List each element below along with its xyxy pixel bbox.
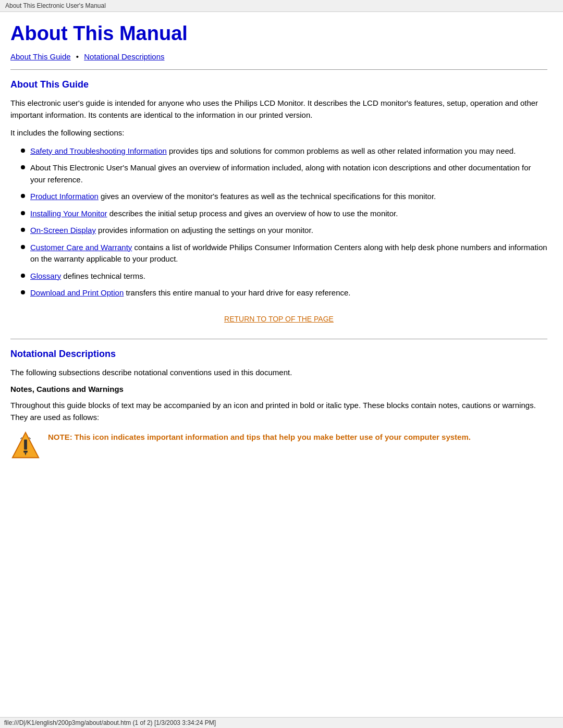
about-guide-heading: About This Guide [10,79,547,90]
notes-paragraph: Throughout this guide blocks of text may… [10,400,547,423]
divider-middle [10,339,547,339]
bullet-list: Safety and Troubleshooting Information p… [21,145,547,299]
bullet-dot [21,149,25,153]
bullet-dot [21,165,25,169]
bullet-dot [21,228,25,232]
link-safety[interactable]: Safety and Troubleshooting Information [30,146,167,155]
list-item-text: Installing Your Monitor describes the in… [30,208,398,220]
toc-link-notational[interactable]: Notational Descriptions [84,52,164,61]
return-top-container: RETURN TO TOP OF THE PAGE [10,315,547,323]
list-item-text: Product Information gives an overview of… [30,191,436,203]
link-osd[interactable]: On-Screen Display [30,226,96,235]
bullet-dot [21,290,25,294]
about-guide-includes: It includes the following sections: [10,127,547,139]
section-about-guide: About This Guide This electronic user's … [10,79,547,323]
divider-top [10,69,547,70]
about-guide-intro: This electronic user's guide is intended… [10,97,547,121]
notes-cautions-heading: Notes, Cautions and Warnings [10,385,547,393]
page-content: About This Manual About This Guide • Not… [0,12,563,482]
notational-intro: The following subsections describe notat… [10,367,547,379]
bullet-dot [21,211,25,215]
list-item-text: Download and Print Option transfers this… [30,287,351,299]
link-glossary[interactable]: Glossary [30,272,61,280]
list-item: On-Screen Display provides information o… [21,225,547,237]
list-item: Installing Your Monitor describes the in… [21,208,547,220]
bullet-dot [21,194,25,198]
list-item: Safety and Troubleshooting Information p… [21,145,547,157]
link-download[interactable]: Download and Print Option [30,288,124,297]
list-item: Customer Care and Warranty contains a li… [21,242,547,265]
link-customer-care[interactable]: Customer Care and Warranty [30,243,132,252]
notational-heading: Notational Descriptions [10,349,547,360]
browser-tab-label: About This Electronic User's Manual [5,2,106,9]
list-item: About This Electronic User's Manual give… [21,162,547,186]
toc-separator: • [76,52,79,61]
list-item: Download and Print Option transfers this… [21,287,547,299]
return-top-link[interactable]: RETURN TO TOP OF THE PAGE [224,315,334,323]
list-item-text: On-Screen Display provides information o… [30,225,313,237]
toc-link-about-guide[interactable]: About This Guide [10,52,71,61]
list-item-text: Glossary defines technical terms. [30,270,145,282]
list-item: Glossary defines technical terms. [21,270,547,282]
list-item-text: Customer Care and Warranty contains a li… [30,242,547,265]
warning-triangle-icon [10,430,41,461]
note-text: NOTE: This icon indicates important info… [48,430,471,443]
list-item-text: About This Electronic User's Manual give… [30,162,547,186]
bullet-dot [21,245,25,249]
bullet-dot [21,274,25,278]
toc-links: About This Guide • Notational Descriptio… [10,52,547,61]
note-box: NOTE: This icon indicates important info… [10,430,547,461]
section-notational: Notational Descriptions The following su… [10,349,547,461]
svg-rect-2 [23,451,28,453]
browser-tab-bar: About This Electronic User's Manual [0,0,563,12]
link-installing[interactable]: Installing Your Monitor [30,209,107,218]
svg-rect-1 [24,439,27,449]
page-title: About This Manual [10,22,547,45]
list-item-text: Safety and Troubleshooting Information p… [30,145,516,157]
link-product-info[interactable]: Product Information [30,192,99,201]
list-item: Product Information gives an overview of… [21,191,547,203]
